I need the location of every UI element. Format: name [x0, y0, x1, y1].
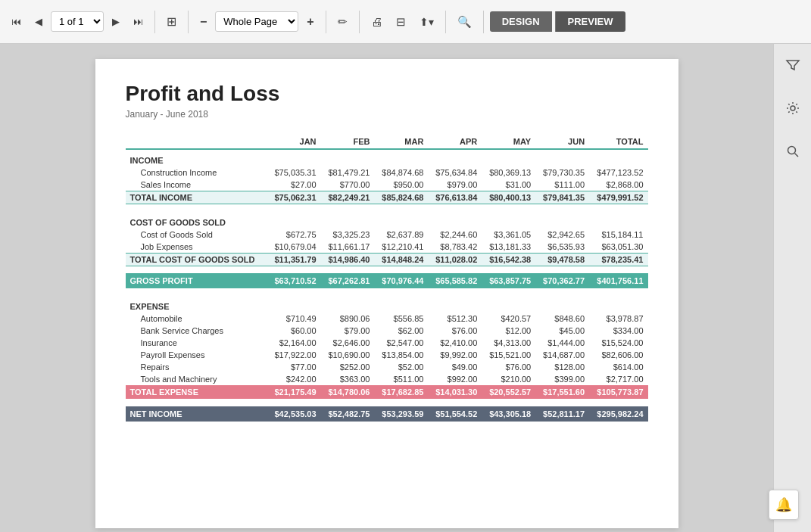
col-jun: JUN [535, 135, 589, 149]
table-row: Cost of Goods Sold $672.75 $3,325.23 $2,… [126, 229, 648, 241]
zoom-selector[interactable]: Whole Page [215, 11, 298, 32]
spacer [126, 266, 648, 273]
svg-point-1 [788, 147, 795, 154]
bell-icon: 🔔 [775, 496, 792, 513]
notification-bell[interactable]: 🔔 [769, 490, 799, 520]
gear-icon [785, 101, 800, 116]
prev-page-button[interactable]: ◀ [30, 12, 48, 31]
table-row: Sales Income $27.00 $770.00 $950.00 $979… [126, 179, 648, 191]
grid-button[interactable]: ⊟ [391, 11, 411, 33]
first-page-button[interactable]: ⏮ [6, 12, 27, 31]
table-row: Construction Income $75,035.31 $81,479.2… [126, 166, 648, 179]
table-row: Tools and Machinery $242.00 $363.00 $511… [126, 373, 648, 385]
filter-icon [785, 58, 800, 73]
net-income-row: NET INCOME $42,535.03 $52,482.75 $53,293… [126, 406, 648, 422]
spacer [126, 204, 648, 212]
preview-button[interactable]: PREVIEW [555, 11, 625, 32]
table-row: Payroll Expenses $17,922.00 $10,690.00 $… [126, 349, 648, 361]
last-page-button[interactable]: ⏭ [128, 12, 148, 31]
col-label [126, 135, 267, 149]
divider-4 [359, 11, 360, 33]
cogs-section-header: COST OF GOODS SOLD [126, 212, 648, 229]
search-sidebar-button[interactable] [779, 138, 806, 169]
total-cogs-row: TOTAL COST OF GOODS SOLD $11,351.79 $14,… [126, 253, 648, 266]
zoom-in-button[interactable]: + [301, 11, 319, 33]
layout-button[interactable]: ⊞ [161, 11, 182, 33]
spacer [126, 288, 648, 296]
toolbar: ⏮ ◀ 1 of 1 ▶ ⏭ ⊞ − Whole Page + ✏ 🖨 ⊟ ⬆▾… [0, 0, 811, 44]
gross-profit-row: GROSS PROFIT $63,710.52 $67,262.81 $70,9… [126, 273, 648, 288]
col-may: MAY [482, 135, 535, 149]
income-section-header: INCOME [126, 149, 648, 166]
export-button[interactable]: ⬆▾ [414, 12, 439, 32]
divider-6 [483, 11, 484, 33]
svg-line-2 [794, 154, 798, 157]
table-row: Automobile $710.49 $890.06 $556.85 $512.… [126, 313, 648, 325]
filter-button[interactable] [779, 51, 806, 82]
report-subtitle: January - June 2018 [126, 109, 648, 120]
design-button[interactable]: DESIGN [490, 11, 552, 32]
page-selector[interactable]: 1 of 1 [51, 11, 104, 32]
col-total: TOTAL [589, 135, 647, 149]
report-table: JAN FEB MAR APR MAY JUN TOTAL INCOME [126, 135, 648, 422]
col-apr: APR [428, 135, 482, 149]
svg-point-0 [791, 106, 795, 110]
edit-button[interactable]: ✏ [332, 11, 353, 33]
col-mar: MAR [374, 135, 428, 149]
canvas-area: Profit and Loss January - June 2018 JAN … [0, 44, 773, 532]
right-sidebar [773, 44, 811, 532]
divider-5 [445, 11, 446, 33]
table-header-row: JAN FEB MAR APR MAY JUN TOTAL [126, 135, 648, 149]
zoom-out-button[interactable]: − [195, 11, 212, 33]
main-area: Profit and Loss January - June 2018 JAN … [0, 44, 811, 532]
divider-1 [154, 11, 155, 33]
expense-section-header: EXPENSE [126, 296, 648, 313]
search-button[interactable]: 🔍 [452, 11, 477, 33]
divider-2 [188, 11, 189, 33]
table-row: Repairs $77.00 $252.00 $52.00 $49.00 $76… [126, 361, 648, 373]
total-expense-row: TOTAL EXPENSE $21,175.49 $14,780.06 $17,… [126, 385, 648, 399]
print-button[interactable]: 🖨 [366, 11, 388, 32]
spacer [126, 399, 648, 406]
search-icon [785, 144, 800, 159]
next-page-button[interactable]: ▶ [107, 12, 125, 31]
total-income-row: TOTAL INCOME $75,062.31 $82,249.21 $85,8… [126, 191, 648, 204]
table-row: Insurance $2,164.00 $2,646.00 $2,547.00 … [126, 337, 648, 349]
col-jan: JAN [267, 135, 321, 149]
col-feb: FEB [321, 135, 375, 149]
divider-3 [326, 11, 326, 33]
report-page: Profit and Loss January - June 2018 JAN … [95, 59, 678, 528]
settings-button[interactable] [779, 95, 806, 126]
report-title: Profit and Loss [126, 82, 648, 106]
table-row: Job Expenses $10,679.04 $11,661.17 $12,2… [126, 241, 648, 254]
table-row: Bank Service Charges $60.00 $79.00 $62.0… [126, 325, 648, 337]
